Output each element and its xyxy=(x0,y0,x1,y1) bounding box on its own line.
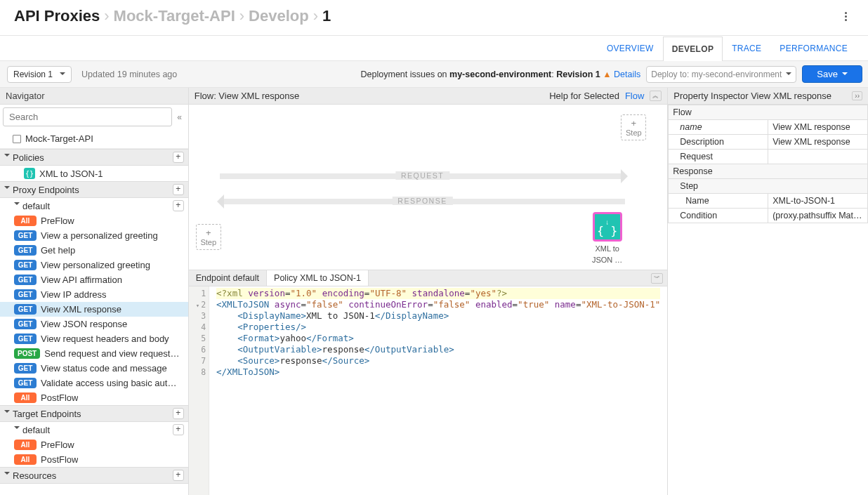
property-row-request[interactable]: Request xyxy=(669,150,868,164)
add-policy-button[interactable]: + xyxy=(173,152,184,163)
save-button[interactable]: Save xyxy=(802,65,862,83)
navigator-search-input[interactable] xyxy=(3,107,172,126)
add-resource-button[interactable]: + xyxy=(173,470,184,481)
method-badge: GET xyxy=(14,260,37,270)
method-badge: GET xyxy=(14,363,37,374)
chevron-down-icon xyxy=(786,72,791,78)
navigator-section-proxy-endpoints[interactable]: Proxy Endpoints + xyxy=(0,181,188,198)
file-icon xyxy=(13,135,21,143)
xml-to-json-icon: {} xyxy=(24,168,35,179)
add-proxy-endpoint-button[interactable]: + xyxy=(173,184,184,195)
expand-inspector-icon[interactable]: ›› xyxy=(852,91,862,100)
breadcrumb-root[interactable]: API Proxies xyxy=(14,7,100,25)
navigator-section-policies[interactable]: Policies + xyxy=(0,149,188,166)
breadcrumb: API Proxies › Mock-Target-API › Develop … xyxy=(14,7,331,25)
collapse-flow-icon[interactable]: ︽ xyxy=(650,91,662,101)
method-badge: GET xyxy=(14,230,37,241)
chevron-down-icon xyxy=(4,186,10,192)
flow-label: View personalized greeting xyxy=(41,260,150,270)
flow-item[interactable]: GETView API affirmation xyxy=(0,272,188,287)
breadcrumb-proxy[interactable]: Mock-Target-API xyxy=(114,7,235,25)
property-inspector: Property Inspector View XML response ›› … xyxy=(668,88,868,495)
flow-label: View IP address xyxy=(41,289,106,300)
breadcrumb-bar: API Proxies › Mock-Target-API › Develop … xyxy=(0,0,868,36)
flow-item[interactable]: GETView status code and message xyxy=(0,361,188,376)
property-row-step-name[interactable]: NameXML-to-JSON-1 xyxy=(669,194,868,209)
flow-item[interactable]: AllPreFlow xyxy=(0,213,188,228)
method-badge: GET xyxy=(14,319,37,329)
add-response-step[interactable]: + Step xyxy=(196,224,221,250)
plus-icon: + xyxy=(624,118,643,128)
chevron-down-icon xyxy=(60,72,65,78)
flow-item[interactable]: AllPostFlow xyxy=(0,452,188,467)
property-row-name[interactable]: nameView XML response xyxy=(669,120,868,135)
updated-timestamp: Updated 19 minutes ago xyxy=(81,70,177,79)
flow-item[interactable]: AllPostFlow xyxy=(0,390,188,405)
flow-item[interactable]: GETGet help xyxy=(0,243,188,258)
flow-title: Flow: View XML response xyxy=(195,91,300,101)
add-request-step[interactable]: + Step xyxy=(621,114,646,140)
warning-icon: ▲ xyxy=(603,70,611,79)
flow-item[interactable]: GETView personalized greeting xyxy=(0,258,188,272)
code-tabs: Endpoint default Policy XML to JSON-1 ︾ xyxy=(189,270,668,286)
collapse-navigator-icon[interactable]: « xyxy=(174,112,185,122)
breadcrumb-section[interactable]: Develop xyxy=(249,7,309,25)
property-section-step: Step xyxy=(669,179,868,194)
add-target-flow-button[interactable]: + xyxy=(173,424,184,435)
flow-label: View a personalized greeting xyxy=(41,230,158,241)
tab-develop[interactable]: DEVELOP xyxy=(663,37,723,61)
flow-label: View XML response xyxy=(41,304,121,315)
deploy-to-dropdown[interactable]: Deploy to: my-second-environment xyxy=(646,66,796,83)
chevron-down-icon xyxy=(4,154,10,159)
property-row-condition[interactable]: Condition(proxy.pathsuffix MatchesPath "… xyxy=(669,209,868,223)
navigator-root-item[interactable]: Mock-Target-API xyxy=(0,129,188,149)
code-tab-endpoint[interactable]: Endpoint default xyxy=(189,270,267,286)
flow-item[interactable]: GETView XML response xyxy=(0,302,188,317)
property-section-response: Response xyxy=(669,164,868,179)
xml-to-json-policy-node[interactable]: ↓{ } XML to JSON … xyxy=(592,212,622,264)
flow-item[interactable]: AllPreFlow xyxy=(0,437,188,452)
tab-overview[interactable]: OVERVIEW xyxy=(598,36,663,60)
proxy-endpoint-default[interactable]: default + xyxy=(0,198,188,213)
chevron-down-icon xyxy=(14,426,20,432)
flow-label: PreFlow xyxy=(41,440,74,450)
deployment-warning: Deployment issues on my-second-environme… xyxy=(361,70,641,79)
chevron-right-icon: › xyxy=(313,7,318,25)
flow-label: View request headers and body xyxy=(41,334,169,344)
collapse-code-icon[interactable]: ︾ xyxy=(651,273,663,284)
flow-item[interactable]: POSTSend request and view request… xyxy=(0,346,188,361)
property-row-description[interactable]: DescriptionView XML response xyxy=(669,135,868,150)
policy-item[interactable]: {} XML to JSON-1 xyxy=(0,166,188,181)
flow-item[interactable]: GETView IP address xyxy=(0,287,188,302)
tab-trace[interactable]: TRACE xyxy=(723,36,770,60)
plus-icon: + xyxy=(199,227,218,238)
flow-item[interactable]: GETView a personalized greeting xyxy=(0,228,188,243)
details-link[interactable]: Details xyxy=(614,70,640,79)
revision-dropdown[interactable]: Revision 1 xyxy=(7,66,72,83)
flow-item[interactable]: GETView request headers and body xyxy=(0,331,188,346)
add-target-endpoint-button[interactable]: + xyxy=(173,408,184,419)
kebab-menu-icon[interactable] xyxy=(837,11,854,22)
target-endpoint-default[interactable]: default + xyxy=(0,422,188,437)
tab-performance[interactable]: PERFORMANCE xyxy=(770,36,857,60)
add-flow-button[interactable]: + xyxy=(173,200,184,211)
navigator-section-target-endpoints[interactable]: Target Endpoints + xyxy=(0,405,188,422)
code-content[interactable]: <?xml version="1.0" encoding="UTF-8" sta… xyxy=(209,286,667,495)
code-tab-policy[interactable]: Policy XML to JSON-1 xyxy=(267,270,369,286)
method-badge: All xyxy=(14,392,37,403)
help-label: Help for Selected xyxy=(549,91,619,101)
method-badge: GET xyxy=(14,378,37,388)
revision-label: Revision 1 xyxy=(13,70,53,79)
flow-editor: Flow: View XML response Help for Selecte… xyxy=(189,88,669,495)
property-section-flow: Flow xyxy=(669,105,868,120)
navigator-section-resources[interactable]: Resources + xyxy=(0,467,188,484)
method-badge: All xyxy=(14,454,37,465)
help-flow-link[interactable]: Flow xyxy=(625,91,644,101)
code-editor[interactable]: 1▾2345678 <?xml version="1.0" encoding="… xyxy=(189,286,668,495)
method-badge: All xyxy=(14,216,37,226)
chevron-right-icon: › xyxy=(104,7,109,25)
method-badge: All xyxy=(14,440,37,450)
flow-item[interactable]: GETView JSON response xyxy=(0,317,188,331)
navigator-panel: Navigator « Mock-Target-API Policies + {… xyxy=(0,88,189,495)
flow-item[interactable]: GETValidate access using basic aut… xyxy=(0,376,188,390)
